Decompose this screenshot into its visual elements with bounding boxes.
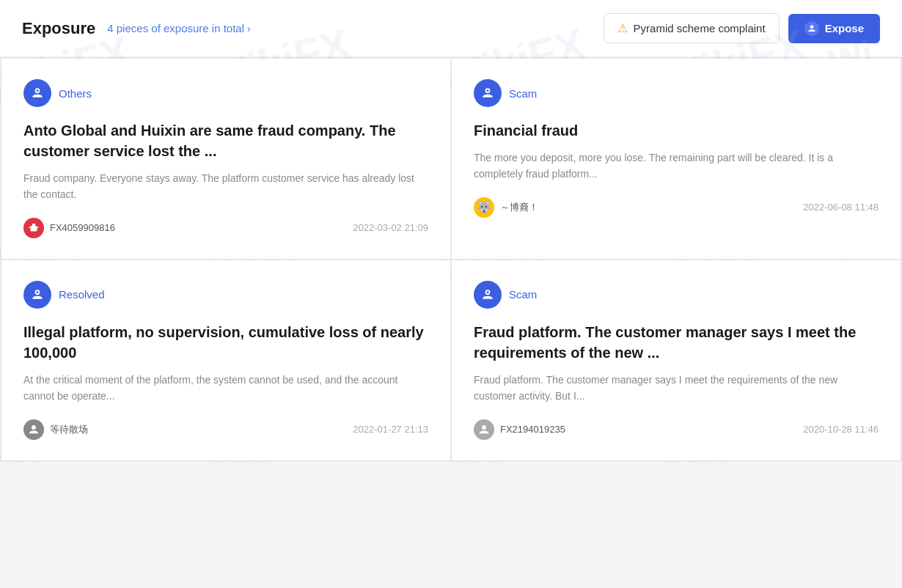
card-3-author: 等待散场 bbox=[23, 419, 88, 440]
svg-rect-4 bbox=[32, 224, 36, 226]
card-2-timestamp: 2022-06-08 11:48 bbox=[803, 202, 879, 213]
exposure-card-1: Others Anto Global and Huixin are same f… bbox=[1, 59, 450, 259]
svg-point-13 bbox=[36, 291, 38, 293]
card-1-title: Anto Global and Huixin are same fraud co… bbox=[23, 120, 428, 161]
cards-grid: Others Anto Global and Huixin are same f… bbox=[0, 57, 902, 462]
card-1-author-name: FX4059909816 bbox=[50, 222, 115, 233]
svg-point-11 bbox=[486, 89, 488, 92]
card-4-desc: Fraud platform. The customer manager say… bbox=[474, 372, 879, 405]
card-2-tag: Scam bbox=[474, 79, 879, 107]
card-2-tag-icon bbox=[474, 79, 502, 107]
pyramid-complaint-button[interactable]: ⚠ Pyramid scheme complaint bbox=[604, 13, 780, 43]
svg-rect-8 bbox=[29, 227, 30, 228]
svg-rect-7 bbox=[33, 229, 35, 230]
svg-point-0 bbox=[810, 25, 813, 29]
card-4-tag-label: Scam bbox=[509, 288, 537, 301]
card-2-author-name: ～博裔！ bbox=[500, 201, 538, 214]
card-1-tag-icon bbox=[23, 79, 51, 107]
card-3-title: Illegal platform, no supervision, cumula… bbox=[23, 322, 428, 363]
card-4-timestamp: 2020-10-28 11:46 bbox=[803, 424, 879, 435]
card-2-desc: The more you deposit, more you lose. The… bbox=[474, 150, 879, 183]
card-2-footer: 🐺 ～博裔！ 2022-06-08 11:48 bbox=[474, 197, 879, 218]
card-4-title: Fraud platform. The customer manager say… bbox=[474, 322, 879, 363]
exposure-card-4: Scam Fraud platform. The customer manage… bbox=[452, 260, 901, 460]
card-4-avatar bbox=[474, 419, 494, 440]
expose-button[interactable]: Expose bbox=[788, 14, 880, 43]
exposure-card-3: Resolved Illegal platform, no supervisio… bbox=[1, 260, 450, 460]
card-2-title: Financial fraud bbox=[474, 120, 879, 141]
chevron-right-icon: › bbox=[247, 23, 251, 34]
svg-rect-9 bbox=[37, 227, 39, 228]
svg-point-14 bbox=[32, 425, 36, 430]
card-1-avatar bbox=[23, 218, 44, 238]
pyramid-label: Pyramid scheme complaint bbox=[634, 22, 766, 34]
card-3-tag-label: Resolved bbox=[59, 288, 105, 301]
svg-point-17 bbox=[482, 425, 486, 430]
card-2-avatar: 🐺 bbox=[474, 197, 494, 218]
card-2-tag-label: Scam bbox=[509, 87, 537, 100]
card-1-author: FX4059909816 bbox=[23, 218, 115, 238]
page-title: Exposure bbox=[22, 19, 95, 38]
card-4-tag: Scam bbox=[474, 281, 879, 309]
exposure-card-2: Scam Financial fraud The more you deposi… bbox=[452, 59, 901, 259]
expose-icon bbox=[804, 21, 819, 36]
card-4-author: FX2194019235 bbox=[474, 419, 565, 440]
svg-point-2 bbox=[36, 89, 38, 92]
card-1-footer: FX4059909816 2022-03-02 21:09 bbox=[23, 218, 428, 238]
card-1-tag-label: Others bbox=[59, 87, 92, 100]
card-4-author-name: FX2194019235 bbox=[500, 424, 565, 435]
svg-point-6 bbox=[34, 227, 36, 229]
expose-label: Expose bbox=[825, 22, 864, 34]
card-3-avatar bbox=[23, 419, 44, 440]
card-3-tag: Resolved bbox=[23, 281, 428, 309]
header-right: ⚠ Pyramid scheme complaint Expose bbox=[604, 13, 880, 43]
warning-icon: ⚠ bbox=[617, 21, 628, 35]
card-2-author: 🐺 ～博裔！ bbox=[474, 197, 538, 218]
header-left: Exposure 4 pieces of exposure in total › bbox=[22, 19, 251, 38]
svg-point-16 bbox=[486, 291, 488, 293]
card-4-footer: FX2194019235 2020-10-28 11:46 bbox=[474, 419, 879, 440]
card-3-timestamp: 2022-01-27 21:13 bbox=[353, 424, 428, 435]
card-4-tag-icon bbox=[474, 281, 502, 309]
page-header: Exposure 4 pieces of exposure in total ›… bbox=[0, 0, 902, 57]
svg-point-5 bbox=[32, 227, 33, 229]
exposure-count-text: 4 pieces of exposure in total bbox=[107, 22, 244, 34]
card-1-desc: Fraud company. Everyone stays away. The … bbox=[23, 170, 428, 203]
card-1-tag: Others bbox=[23, 79, 428, 107]
card-3-tag-icon bbox=[23, 281, 51, 309]
card-3-desc: At the critical moment of the platform, … bbox=[23, 372, 428, 405]
exposure-count-link[interactable]: 4 pieces of exposure in total › bbox=[107, 22, 250, 34]
card-3-footer: 等待散场 2022-01-27 21:13 bbox=[23, 419, 428, 440]
card-1-timestamp: 2022-03-02 21:09 bbox=[353, 222, 428, 233]
card-3-author-name: 等待散场 bbox=[50, 423, 88, 436]
